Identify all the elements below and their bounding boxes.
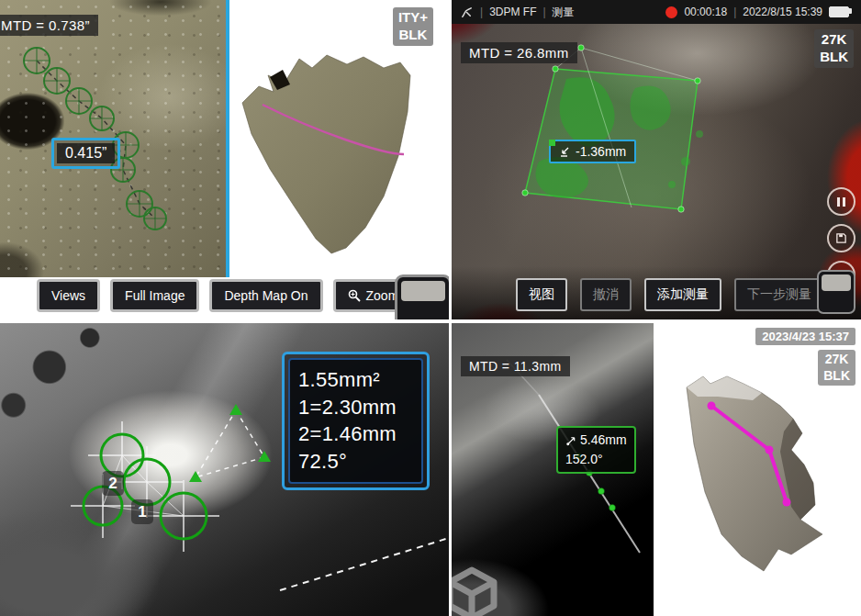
measurement-cursor[interactable] bbox=[24, 48, 50, 73]
measurement-screens-collage: { "q1": { "mtd": "MTD = 0.738”", "length… bbox=[0, 0, 861, 616]
length1-value: 1=2.30mm bbox=[298, 394, 413, 421]
depth-value-box[interactable]: -1.36mm bbox=[549, 140, 636, 163]
mtd-label: MTD = 0.738” bbox=[0, 15, 98, 36]
point-cloud-panel: ITY+ BLK bbox=[229, 0, 449, 277]
save-button[interactable] bbox=[827, 224, 855, 252]
pause-icon bbox=[837, 197, 840, 207]
screen-length-measurement: MTD = 0.738” 0.415” ITY+ BLK Views Full … bbox=[0, 0, 449, 319]
screen-split-toggle[interactable] bbox=[817, 270, 855, 314]
battery-icon bbox=[829, 6, 849, 17]
measurement-cursor[interactable] bbox=[127, 191, 152, 217]
angle-value: 152.0° bbox=[565, 450, 603, 469]
timestamp-badge: 2023/4/23 15:37 bbox=[755, 328, 855, 345]
cursor-label: 1 bbox=[131, 499, 153, 524]
cursor-label: 2 bbox=[102, 471, 124, 496]
toolbar-cn: 视图 撤消 添加测量 下一步测量 bbox=[516, 278, 824, 311]
image-save-type-badge: 27K BLK bbox=[818, 350, 855, 386]
image-save-type-badge: 27K BLK bbox=[814, 29, 854, 68]
length-value: 0.415” bbox=[57, 143, 115, 163]
live-image-panel: MTD = 11.3mm 5.46mm 152.0° bbox=[452, 323, 654, 616]
measurement-cursor[interactable] bbox=[66, 88, 92, 114]
brand-cube-logo bbox=[452, 565, 501, 616]
point-to-line-icon bbox=[565, 435, 576, 446]
screen-multi-measurement: 2 1 1.55mm² 1=2.30mm 2=1.46mm 72.5° bbox=[0, 323, 449, 616]
views-button[interactable]: Views bbox=[37, 279, 100, 312]
reference-triangle bbox=[196, 410, 264, 477]
depth-value: -1.36mm bbox=[576, 144, 626, 159]
screen-area-measurement-cn: | 3DPM FF | 测量 00:00:18 | 2022/8/15 15:3… bbox=[452, 0, 861, 319]
depth-map-button[interactable]: Depth Map On bbox=[209, 279, 322, 312]
length2-value: 2=1.46mm bbox=[298, 420, 413, 448]
toggle-indicator bbox=[401, 281, 445, 301]
measurement-cursor[interactable] bbox=[90, 106, 114, 130]
record-time: 00:00:18 bbox=[684, 6, 727, 18]
edge-reference-line bbox=[280, 538, 449, 590]
title-bar: | 3DPM FF | 测量 00:00:18 | 2022/8/15 15:3… bbox=[452, 0, 861, 24]
brand-logo-icon bbox=[460, 6, 474, 19]
pause-button[interactable] bbox=[827, 187, 855, 216]
mode-label: 3DPM FF bbox=[489, 6, 536, 18]
screen-length-angle-measurement: MTD = 11.3mm 5.46mm 152.0° bbox=[452, 323, 861, 616]
point-cloud-fragment bbox=[242, 55, 410, 253]
point-cloud-panel: 2023/4/23 15:37 27K BLK bbox=[654, 323, 861, 616]
area-overlay bbox=[452, 24, 861, 319]
results-box[interactable]: 1.55mm² 1=2.30mm 2=1.46mm 72.5° bbox=[282, 352, 430, 490]
mtd-label: MTD = 11.3mm bbox=[461, 356, 570, 376]
full-image-button[interactable]: Full Image bbox=[110, 279, 199, 312]
measurement-cursor[interactable] bbox=[148, 480, 219, 552]
image-save-type-badge: ITY+ BLK bbox=[393, 7, 433, 46]
area-value: 1.55mm² bbox=[298, 366, 413, 394]
measurement-cursor[interactable] bbox=[44, 68, 70, 94]
undo-button[interactable]: 撤消 bbox=[580, 278, 632, 311]
mtd-label: MTD = 26.8mm bbox=[461, 42, 577, 63]
screen-split-toggle[interactable] bbox=[395, 274, 449, 319]
length-value: 5.46mm bbox=[580, 431, 627, 450]
angle-value: 72.5° bbox=[298, 448, 413, 476]
magnifier-icon bbox=[348, 289, 361, 302]
depth-measure-icon bbox=[559, 146, 571, 158]
live-image-panel: MTD = 26.8mm 27K BLK -1.36mm 视图 撤消 添加测量 … bbox=[452, 24, 861, 319]
next-measurement-button[interactable]: 下一步测量 bbox=[734, 278, 824, 311]
length-value-box[interactable]: 0.415” bbox=[51, 138, 120, 169]
record-indicator-icon bbox=[665, 6, 677, 18]
views-button[interactable]: 视图 bbox=[516, 278, 567, 311]
measurement-value-box[interactable]: 5.46mm 152.0° bbox=[556, 426, 636, 474]
menu-measure[interactable]: 测量 bbox=[553, 5, 575, 20]
triangle-markers[interactable] bbox=[189, 404, 271, 482]
save-icon bbox=[835, 232, 847, 244]
datetime: 2022/8/15 15:39 bbox=[743, 6, 822, 18]
measurement-cursor[interactable] bbox=[144, 207, 166, 230]
toolbar: Views Full Image Depth Map On Zoom bbox=[37, 279, 413, 312]
add-measurement-button[interactable]: 添加测量 bbox=[644, 278, 721, 311]
